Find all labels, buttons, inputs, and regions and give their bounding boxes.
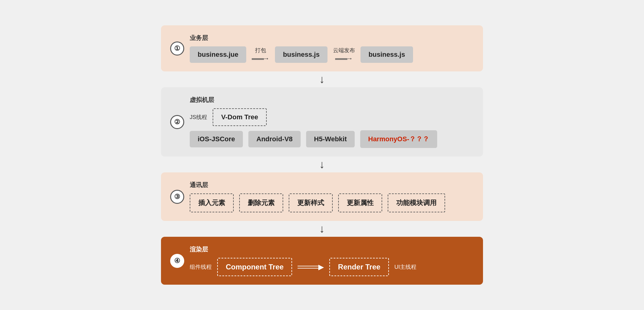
layer-3-number: ③ [170, 190, 184, 204]
update-style-box: 更新样式 [289, 193, 333, 212]
layer-2-content: 虚拟机层 JS线程 V-Dom Tree iOS-JSCore Android-… [190, 96, 474, 148]
js-thread-label: JS线程 [190, 114, 207, 121]
vdom-tree-box: V-Dom Tree [213, 108, 267, 126]
down-arrow-icon-2: ↓ [319, 159, 325, 170]
layer-2-title: 虚拟机层 [190, 96, 474, 104]
android-v8-box: Android-V8 [248, 131, 301, 147]
render-arrow: ▶ [298, 263, 324, 271]
delete-element-box: 删除元素 [239, 193, 283, 212]
layer-4-render: ④ 渲染层 组件线程 Component Tree ▶ Render Tree … [161, 237, 483, 285]
insert-element-box: 插入元素 [190, 193, 234, 212]
layer-2-row-1: JS线程 V-Dom Tree [190, 108, 474, 126]
layer-2-vm: ② 虚拟机层 JS线程 V-Dom Tree iOS-JSCore Androi… [161, 87, 483, 157]
down-arrow-icon-3: ↓ [319, 223, 325, 234]
business-jue-box: business.jue [190, 46, 246, 63]
layer-2-row-2: iOS-JSCore Android-V8 H5-Webkit HarmonyO… [190, 130, 474, 148]
cloud-arrow: 云端发布 → [333, 47, 355, 63]
layer-1-title: 业务层 [190, 34, 474, 42]
layer-1-row: business.jue 打包 → business.js 云端发布 → [190, 46, 474, 63]
component-tree-box: Component Tree [217, 258, 292, 276]
layer-2-number: ② [170, 115, 184, 129]
render-tree-box: Render Tree [329, 258, 389, 276]
pack-label: 打包 [255, 47, 266, 54]
layer-4-number: ④ [170, 254, 184, 268]
layer-4-content: 渲染层 组件线程 Component Tree ▶ Render Tree UI… [190, 245, 474, 276]
ios-jscore-box: iOS-JSCore [190, 131, 243, 147]
layer-3-title: 通讯层 [190, 181, 474, 189]
ui-main-thread-label: UI主线程 [394, 263, 416, 271]
h5-webkit-box: H5-Webkit [306, 131, 355, 147]
harmonyos-box: HarmonyOS-？？？ [360, 130, 437, 148]
layer-4-title: 渲染层 [190, 245, 474, 254]
layer-3-row: 插入元素 删除元素 更新样式 更新属性 功能模块调用 [190, 193, 474, 212]
pack-arrow: 打包 → [252, 47, 269, 63]
business-js-1-box: business.js [275, 46, 327, 63]
layer-3-comm: ③ 通讯层 插入元素 删除元素 更新样式 更新属性 功能模块调用 [161, 172, 483, 221]
layer-4-row: 组件线程 Component Tree ▶ Render Tree UI主线程 [190, 258, 474, 276]
architecture-diagram: ① 业务层 business.jue 打包 → business.js 云端发布 [161, 25, 483, 285]
module-call-box: 功能模块调用 [388, 193, 445, 212]
down-arrow-2: ↓ [161, 157, 483, 172]
update-attr-box: 更新属性 [338, 193, 382, 212]
layer-1-number: ① [170, 41, 184, 56]
down-arrow-3: ↓ [161, 221, 483, 237]
layer-3-content: 通讯层 插入元素 删除元素 更新样式 更新属性 功能模块调用 [190, 181, 474, 212]
business-js-2-box: business.js [360, 46, 413, 63]
down-arrow-icon-1: ↓ [319, 74, 325, 85]
cloud-label: 云端发布 [333, 47, 355, 54]
down-arrow-1: ↓ [161, 71, 483, 87]
layer-1-business: ① 业务层 business.jue 打包 → business.js 云端发布 [161, 25, 483, 71]
component-thread-label: 组件线程 [190, 263, 212, 271]
layer-1-content: 业务层 business.jue 打包 → business.js 云端发布 [190, 34, 474, 63]
